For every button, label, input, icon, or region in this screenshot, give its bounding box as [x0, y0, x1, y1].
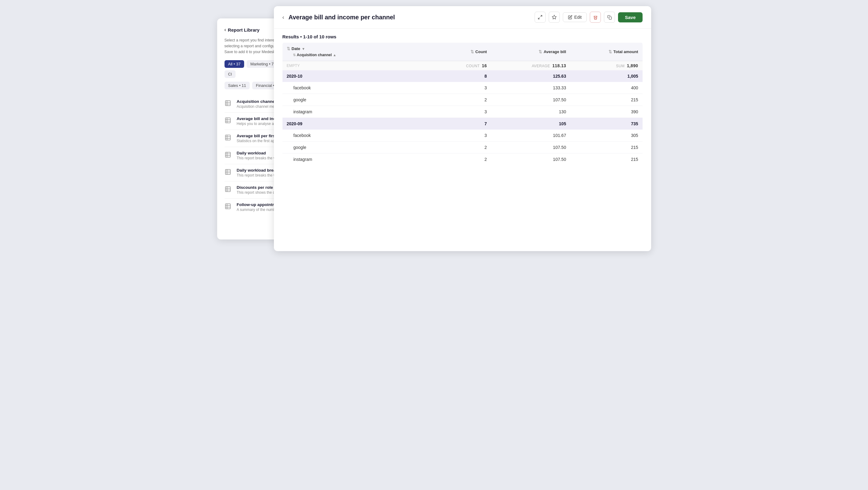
group-count-1: 7 [419, 118, 491, 130]
delete-icon-button[interactable] [590, 12, 601, 23]
main-title: Average bill and income per channel [289, 14, 395, 21]
count-0-1: 2 [419, 94, 491, 106]
avg-1-0: 101.67 [491, 129, 570, 142]
total-0-2: 390 [570, 106, 643, 118]
edit-button[interactable]: Edit [563, 12, 587, 22]
svg-rect-20 [225, 187, 230, 192]
total-0-1: 215 [570, 94, 643, 106]
svg-rect-4 [225, 118, 230, 123]
avg-label: AVERAGE [532, 64, 550, 68]
sidebar-title: Report Library [228, 27, 259, 33]
date-sort-icon: ▼ [302, 47, 305, 51]
svg-rect-0 [225, 101, 230, 106]
total-0-0: 400 [570, 82, 643, 94]
group-total-0: 1,005 [570, 70, 643, 82]
th-date-label: Date [292, 46, 300, 51]
table-empty-row: Empty COUNT 16 AVERAGE 118.13 SUM 1,890 [282, 61, 643, 70]
channel-1-1: google [282, 142, 419, 153]
filter-marketing[interactable]: Marketing • 7 [247, 60, 277, 68]
channel-1-0: facebook [282, 129, 419, 142]
channel-sort-icon: ▲ [333, 53, 337, 57]
count-0-0: 3 [419, 82, 491, 94]
svg-rect-8 [225, 135, 230, 140]
table-wrap: ⇅ Date ▼ ⇅ Acquisition channel ▲ [274, 43, 651, 174]
avg-0-0: 133.33 [491, 82, 570, 94]
count-val: 16 [482, 63, 487, 68]
avg-1-2: 107.50 [491, 153, 570, 166]
th-date[interactable]: ⇅ Date ▼ ⇅ Acquisition channel ▲ [282, 43, 419, 61]
empty-avg: AVERAGE 118.13 [491, 61, 570, 70]
table-row: instagram 3 130 390 [282, 106, 643, 118]
channel-1-2: instagram [282, 153, 419, 166]
count-label: COUNT [466, 64, 479, 68]
filter-all[interactable]: All • 37 [224, 60, 244, 68]
main-panel: ‹ Average bill and income per channel [274, 6, 651, 251]
table-row: facebook 3 101.67 305 [282, 129, 643, 142]
avg-0-1: 107.50 [491, 94, 570, 106]
table-icon-5 [224, 186, 233, 194]
table-row: google 2 107.50 215 [282, 142, 643, 153]
sum-val: 1,890 [627, 63, 638, 68]
results-label: Results • 1-10 of 10 rows [282, 34, 337, 39]
th-acquisition-channel-label: Acquisition channel [297, 53, 332, 57]
svg-rect-16 [225, 170, 230, 175]
star-icon-button[interactable] [549, 12, 560, 23]
group-avg-1: 105 [491, 118, 570, 130]
channel-0-0: facebook [282, 82, 419, 94]
main-header: ‹ Average bill and income per channel [274, 6, 651, 29]
data-table: ⇅ Date ▼ ⇅ Acquisition channel ▲ [282, 43, 643, 165]
table-icon-2 [224, 134, 233, 143]
resize-icon-button[interactable] [535, 12, 546, 23]
results-bar: Results • 1-10 of 10 rows [274, 29, 651, 43]
group-total-1: 735 [570, 118, 643, 130]
total-1-0: 305 [570, 129, 643, 142]
th-avg-bill[interactable]: ⇅ Average bill [491, 43, 570, 61]
table-icon-6 [224, 203, 233, 211]
channel-0-2: instagram [282, 106, 419, 118]
total-1-2: 215 [570, 153, 643, 166]
avg-val: 118.13 [552, 63, 566, 68]
filter-sales[interactable]: Sales • 11 [224, 82, 250, 89]
group-count-0: 8 [419, 70, 491, 82]
table-icon-0 [224, 100, 233, 108]
main-back-button[interactable]: ‹ [282, 14, 284, 21]
group-date-1: 2020-09 [282, 118, 419, 130]
empty-label: Empty [282, 61, 419, 70]
count-1-1: 2 [419, 142, 491, 153]
th-total-label: Total amount [613, 50, 638, 54]
svg-line-29 [538, 18, 540, 19]
group-row-2020-10: 2020-10 8 125.63 1,005 [282, 70, 643, 82]
group-date-0: 2020-10 [282, 70, 419, 82]
table-row: google 2 107.50 215 [282, 94, 643, 106]
group-avg-0: 125.63 [491, 70, 570, 82]
table-icon-4 [224, 169, 233, 177]
svg-rect-31 [609, 17, 612, 19]
group-row-2020-09: 2020-09 7 105 735 [282, 118, 643, 130]
edit-label: Edit [574, 15, 582, 20]
table-row: facebook 3 133.33 400 [282, 82, 643, 94]
save-button[interactable]: Save [618, 12, 642, 22]
count-1-2: 2 [419, 153, 491, 166]
th-total-amount[interactable]: ⇅ Total amount [570, 43, 643, 61]
total-1-1: 215 [570, 142, 643, 153]
th-count[interactable]: ⇅ Count [419, 43, 491, 61]
avg-0-2: 130 [491, 106, 570, 118]
table-icon-1 [224, 117, 233, 125]
th-count-label: Count [475, 50, 487, 54]
header-left: ‹ Average bill and income per channel [282, 14, 395, 21]
back-arrow-icon: ‹ [224, 27, 226, 33]
filter-cl[interactable]: Cl [224, 70, 236, 78]
copy-icon-button[interactable] [604, 12, 615, 23]
header-actions: Edit Save [535, 12, 642, 23]
empty-sum: SUM 1,890 [570, 61, 643, 70]
table-row: instagram 2 107.50 215 [282, 153, 643, 166]
svg-rect-12 [225, 152, 230, 157]
svg-marker-30 [552, 15, 556, 19]
channel-0-1: google [282, 94, 419, 106]
empty-count: COUNT 16 [419, 61, 491, 70]
svg-line-28 [541, 16, 542, 17]
count-1-0: 3 [419, 129, 491, 142]
svg-rect-24 [225, 204, 230, 209]
table-icon-3 [224, 151, 233, 160]
sum-label: SUM [616, 64, 625, 68]
